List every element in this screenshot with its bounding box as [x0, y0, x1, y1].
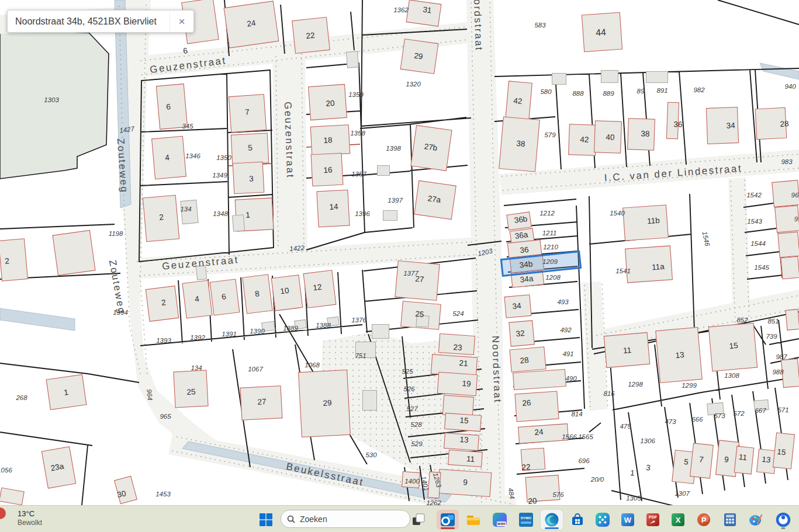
aux-building — [327, 317, 340, 326]
building — [513, 369, 566, 390]
pdf-icon[interactable]: PDF — [642, 510, 664, 530]
building — [786, 309, 799, 331]
building — [499, 116, 540, 172]
aux-building — [707, 402, 724, 415]
map-canvas[interactable]: GeuzenstraatGeuzenstraatGeuzenstraatZout… — [0, 0, 799, 505]
building — [772, 180, 799, 207]
building — [781, 359, 799, 388]
building — [156, 84, 188, 130]
svg-text:W: W — [624, 516, 632, 524]
building — [444, 433, 479, 451]
building — [448, 450, 483, 467]
building — [311, 153, 344, 187]
building — [229, 94, 267, 133]
building — [46, 374, 87, 410]
address-search-input[interactable]: Noordstraat 34b, 4521BX Biervliet — [8, 16, 170, 27]
weather-widget[interactable]: 13°C Bewolkt — [0, 506, 117, 532]
weather-icon — [0, 507, 6, 519]
calculator-icon[interactable] — [719, 510, 741, 530]
store-icon[interactable] — [566, 510, 589, 530]
building — [506, 211, 531, 230]
building — [414, 180, 456, 220]
building — [400, 39, 439, 74]
building — [734, 446, 755, 475]
start-icon[interactable] — [255, 510, 277, 530]
building — [777, 232, 799, 258]
app-dots-icon[interactable] — [592, 510, 614, 530]
weather-condition: Bewolkt — [18, 519, 42, 527]
aux-building — [294, 319, 307, 329]
building — [224, 1, 279, 48]
building — [410, 125, 452, 171]
address-search-box[interactable]: Noordstraat 34b, 4521BX Biervliet × — [7, 10, 194, 33]
building — [604, 332, 651, 368]
building — [509, 320, 535, 346]
building — [292, 17, 330, 54]
aux-building — [196, 265, 207, 280]
powerpoint-icon[interactable]: P — [693, 510, 715, 530]
building — [666, 102, 679, 140]
building — [242, 274, 272, 314]
building — [655, 327, 703, 383]
building — [755, 107, 787, 140]
building — [505, 81, 532, 122]
building — [525, 475, 561, 502]
aux-building — [753, 399, 769, 411]
running-app-indicator — [781, 527, 786, 529]
building — [509, 346, 546, 372]
aux-building — [416, 315, 429, 327]
taskbar-search-label: Zoeken — [300, 514, 327, 524]
app-circle-icon[interactable] — [772, 510, 794, 530]
building — [406, 0, 442, 27]
desktop: GeuzenstraatGeuzenstraatGeuzenstraatZout… — [0, 0, 799, 532]
paint-icon[interactable] — [745, 510, 767, 530]
active-app-underline — [441, 527, 455, 529]
building — [173, 370, 208, 408]
aux-building — [372, 324, 389, 339]
m365-copilot-icon[interactable]: M365 — [489, 510, 511, 530]
building — [402, 471, 420, 488]
building — [427, 471, 441, 498]
building — [52, 230, 95, 276]
building — [303, 270, 337, 308]
building — [298, 370, 351, 437]
building — [316, 190, 350, 228]
active-app-underline — [545, 527, 559, 529]
word-icon[interactable]: W — [617, 510, 639, 530]
weather-temperature: 13°C — [18, 509, 34, 518]
building — [444, 413, 482, 432]
explorer-icon[interactable] — [462, 510, 485, 530]
search-icon — [287, 515, 295, 523]
building — [518, 423, 569, 444]
svg-text:X: X — [676, 516, 681, 524]
aux-building — [383, 210, 397, 221]
building — [240, 385, 283, 420]
close-icon[interactable]: × — [170, 11, 193, 32]
dymo-connect-icon[interactable]: DYMO — [515, 510, 537, 530]
building — [271, 274, 303, 311]
building — [708, 323, 758, 372]
taskview-icon[interactable] — [407, 510, 430, 530]
outlook-icon[interactable] — [437, 510, 459, 530]
building — [780, 256, 799, 279]
excel-icon[interactable]: X — [667, 510, 689, 530]
building — [146, 286, 179, 322]
building — [143, 195, 179, 242]
svg-text:P: P — [701, 516, 707, 524]
building — [625, 245, 673, 283]
edge-icon[interactable] — [541, 510, 563, 530]
building — [310, 124, 351, 155]
building — [622, 204, 669, 241]
building — [438, 469, 492, 497]
building — [308, 84, 347, 120]
aux-building — [355, 342, 376, 358]
building — [504, 294, 531, 318]
taskbar-search[interactable]: Zoeken — [281, 510, 410, 528]
building — [210, 279, 240, 315]
aux-building — [180, 200, 198, 224]
aux-building — [261, 321, 275, 332]
building — [438, 333, 475, 355]
map-base-layer — [0, 0, 799, 505]
aux-building — [377, 165, 390, 176]
svg-text:PDF: PDF — [649, 515, 658, 519]
